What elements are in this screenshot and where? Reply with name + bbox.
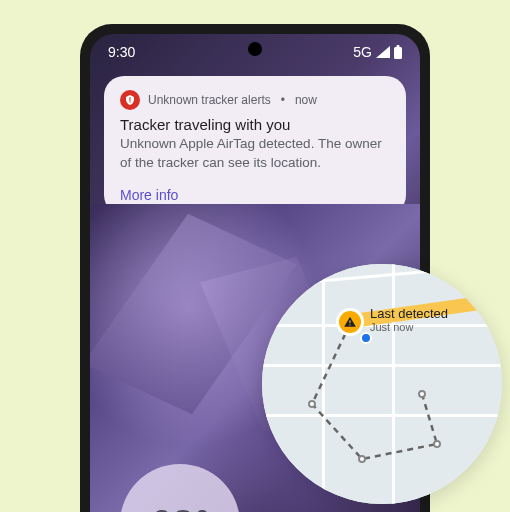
notification-title: Tracker traveling with you [120,116,390,133]
notification-timestamp: now [295,93,317,107]
notification-separator: • [281,93,285,107]
map-detail[interactable]: Last detected Just now [262,264,502,504]
notification-card[interactable]: Unknown tracker alerts • now Tracker tra… [104,76,406,215]
status-indicators: 5G [353,44,402,60]
map-label: Last detected Just now [370,306,448,333]
svg-rect-3 [349,324,350,325]
svg-rect-1 [397,45,400,48]
weather-temperature: 68° [150,502,211,513]
tracker-marker-icon [336,308,364,336]
tracker-path [262,264,502,504]
signal-icon [376,46,390,58]
more-info-button[interactable]: More info [120,187,390,203]
status-time: 9:30 [108,44,135,60]
map-label-title: Last detected [370,306,448,321]
map-label-subtitle: Just now [370,321,448,333]
user-location-dot [360,332,372,344]
shield-alert-icon [120,90,140,110]
notification-body: Unknown Apple AirTag detected. The owner… [120,135,390,173]
path-point [308,400,316,408]
camera-notch [248,42,262,56]
path-point [358,455,366,463]
battery-icon [394,45,402,59]
path-point [418,390,426,398]
notification-header: Unknown tracker alerts • now [120,90,390,110]
svg-rect-2 [349,320,350,323]
svg-rect-0 [394,47,402,59]
notification-app-name: Unknown tracker alerts [148,93,271,107]
network-label: 5G [353,44,372,60]
path-point [433,440,441,448]
